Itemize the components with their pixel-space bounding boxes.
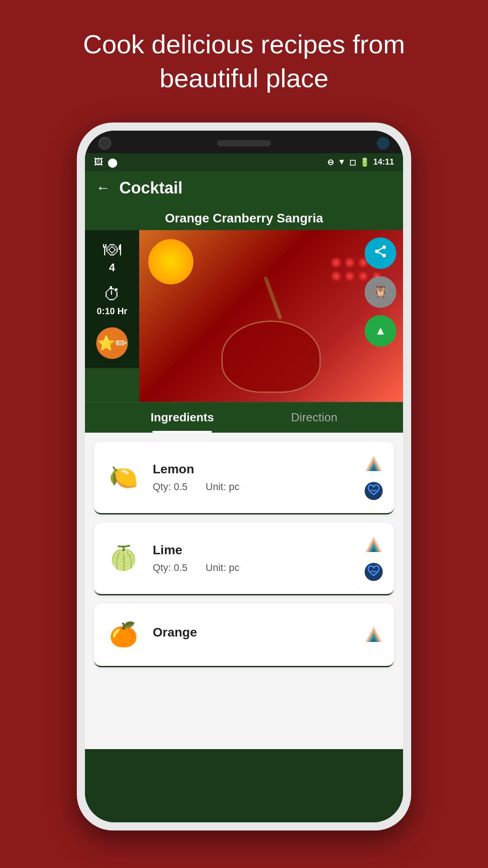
image-status-icon: 🖼 [94,157,103,167]
status-bar: 🖼 ⬤ ⊖ ▼ ◻ 🔋 14:11 [85,153,403,171]
serving-icon: 🍽 [103,239,121,259]
nutrition-pyramid-icon-2[interactable] [362,533,385,556]
signal-icon: ◻ [349,157,356,167]
cinnamon-decoration [263,276,282,320]
share-button[interactable] [365,237,396,269]
orange-nutrition-icons[interactable] [362,623,385,646]
speaker [217,140,271,146]
lime-details: Lime Qty: 0.5 Unit: pc [153,543,353,574]
wifi-icon: ▼ [338,157,346,167]
lemon-meta: Qty: 0.5 Unit: pc [153,481,353,493]
lemon-unit-label: Unit: pc [206,481,239,493]
right-action-panel: 🦉 ▲ [358,230,403,354]
nutrition-pyramid-icon[interactable] [362,453,385,475]
back-button[interactable]: ← [96,179,110,196]
lime-image: 🍈 [103,538,144,579]
health-heart-icon[interactable] [362,480,385,502]
lemon-name: Lemon [153,462,353,476]
lime-name: Lime [153,543,353,557]
lime-emoji: 🍈 [109,544,138,572]
bowl-decoration [221,321,321,393]
info-button[interactable]: 🦉 [365,276,396,308]
share-icon [373,244,388,262]
left-panel: 🍽 4 ⏱ 0:10 Hr ⭐✏ [85,230,139,368]
time-display: 14:11 [373,157,394,167]
recipe-title: Orange Cranberry Sangria [85,205,403,230]
app-title: Cocktail [119,179,183,198]
nutrition-pyramid-icon-3[interactable] [362,623,385,646]
lemon-emoji: 🍋 [109,463,138,491]
svg-point-1 [375,250,379,253]
pyramid-icon: ▲ [375,324,386,338]
tabs-bar: Ingredients Direction [85,402,403,433]
recipe-image: 🦉 ▲ [139,230,403,402]
health-heart-icon-2[interactable] [362,561,385,583]
lime-unit-label: Unit: pc [206,562,239,574]
svg-point-0 [382,245,386,249]
lemon-image: 🍋 [103,457,144,498]
phone-notch [85,131,403,153]
timer-icon: ⏱ [103,285,121,304]
ingredient-card-orange: 🍊 Orange [94,604,394,667]
app-header: ← Cocktail [85,171,403,205]
lemon-details: Lemon Qty: 0.5 Unit: pc [153,462,353,493]
owl-icon: 🦉 [373,285,388,299]
svg-line-4 [378,248,382,250]
star-edit-icon: ⭐✏ [97,335,127,352]
dot-status-icon: ⬤ [108,157,117,168]
phone-frame: 🖼 ⬤ ⊖ ▼ ◻ 🔋 14:11 ← Cocktail [0,113,488,830]
orange-image: 🍊 [103,614,144,655]
lime-meta: Qty: 0.5 Unit: pc [153,562,353,574]
phone-outer: 🖼 ⬤ ⊖ ▼ ◻ 🔋 14:11 ← Cocktail [77,123,411,830]
orange-name: Orange [153,625,353,640]
serving-count: 4 [109,261,115,274]
app-screen: 🖼 ⬤ ⊖ ▼ ◻ 🔋 14:11 ← Cocktail [85,153,403,822]
serving-info: 🍽 4 [103,239,121,274]
recipe-image-area: 🍽 4 ⏱ 0:10 Hr ⭐✏ [85,230,403,402]
recipe-section: Orange Cranberry Sangria 🍽 4 ⏱ 0:10 Hr [85,205,403,433]
favorite-button[interactable]: ⭐✏ [96,327,128,359]
ingredients-section: 🍋 Lemon Qty: 0.5 Unit: [85,433,403,749]
minus-icon: ⊖ [327,157,334,167]
page-headline: Cook delicious recipes from beautiful pl… [0,0,488,113]
lime-qty-label: Qty: 0.5 [153,562,188,574]
ingredient-card-lemon: 🍋 Lemon Qty: 0.5 Unit: [94,442,394,514]
ingredient-card-lime: 🍈 Lime Qty: 0.5 Unit: [94,523,394,595]
orange-decoration [148,239,193,284]
orange-emoji: 🍊 [109,621,138,648]
alert-button[interactable]: ▲ [365,315,396,347]
phone-inner: 🖼 ⬤ ⊖ ▼ ◻ 🔋 14:11 ← Cocktail [85,131,403,822]
tab-direction[interactable]: Direction [273,402,356,433]
lemon-nutrition-icons[interactable] [362,453,385,502]
time-info: ⏱ 0:10 Hr [97,285,127,316]
lemon-qty-label: Qty: 0.5 [153,481,188,493]
sensor [377,137,389,150]
svg-line-3 [378,252,382,255]
lime-nutrition-icons[interactable] [362,533,385,583]
battery-icon: 🔋 [360,157,370,167]
time-value: 0:10 Hr [97,306,127,316]
orange-details: Orange [153,625,353,644]
tab-ingredients[interactable]: Ingredients [132,402,232,433]
status-left-icons: 🖼 ⬤ [94,157,117,168]
status-right-icons: ⊖ ▼ ◻ 🔋 14:11 [327,157,394,167]
svg-point-2 [382,254,386,258]
camera [99,137,111,150]
